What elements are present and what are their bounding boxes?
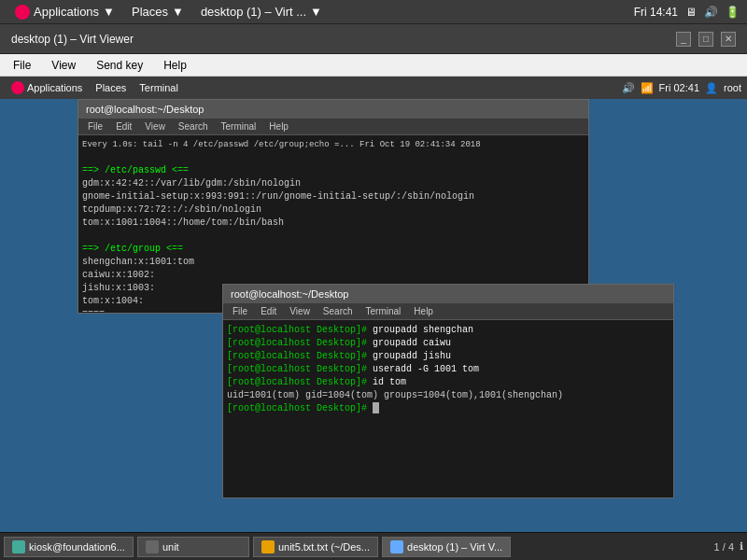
- terminal1-line-3: ==> /etc/passwd <==: [82, 164, 585, 177]
- terminal1-line-7: tom:x:1001:1004::/home/tom:/bin/bash: [82, 217, 585, 230]
- virt-menu-help[interactable]: Help: [154, 57, 196, 74]
- host-app-icon: [15, 5, 30, 20]
- terminal1-menu-view[interactable]: View: [139, 120, 171, 133]
- terminal1-line-6: tcpdump:x:72:72::/:/sbin/nologin: [82, 203, 585, 217]
- virt-close-button[interactable]: ✕: [721, 32, 736, 47]
- host-volume-icon: 🔊: [704, 6, 718, 19]
- outer-task-label-2: unit: [162, 541, 179, 553]
- host-applications-menu[interactable]: Applications ▼: [7, 3, 122, 21]
- outer-task-label-1: kiosk@foundation6...: [29, 541, 125, 553]
- virt-title-bar: desktop (1) – Virt Viewer _ □ ✕: [0, 24, 747, 54]
- terminal-window-1: root@localhost:~/Desktop File Edit View …: [78, 99, 589, 314]
- terminal2-menu-terminal[interactable]: Terminal: [360, 305, 407, 317]
- inner-terminal-menu[interactable]: Terminal: [134, 80, 184, 95]
- virt-window-title: desktop (1) – Virt Viewer: [11, 33, 134, 46]
- terminal2-menu-search[interactable]: Search: [317, 305, 359, 317]
- terminal2-menu-file[interactable]: File: [227, 305, 253, 317]
- outer-task-item-3[interactable]: unit5.txt.txt (~/Des...: [253, 537, 378, 557]
- terminal2-line-4: [root@localhost Desktop]# useradd -G 100…: [227, 363, 669, 376]
- terminal1-title-bar: root@localhost:~/Desktop: [78, 100, 588, 119]
- terminal1-menu-help[interactable]: Help: [263, 120, 294, 133]
- inner-applications-menu[interactable]: Applications: [6, 79, 88, 96]
- inner-desktop: Applications Places Terminal 🔊 📶 Fri 02:…: [0, 77, 747, 560]
- inner-clock: Fri 02:41: [659, 82, 699, 93]
- terminal1-line-9: ==> /etc/group <==: [82, 243, 585, 256]
- virt-minimize-button[interactable]: _: [676, 32, 691, 47]
- inner-sound-icon: 🔊: [622, 82, 635, 94]
- outer-task-label-3: unit5.txt.txt (~/Des...: [278, 541, 370, 553]
- host-clock: Fri 14:41: [634, 6, 678, 19]
- outer-info-icon: ℹ: [740, 540, 743, 553]
- terminal2-line-2: [root@localhost Desktop]# groupadd caiwu: [227, 337, 669, 350]
- terminal2-line-6: uid=1001(tom) gid=1004(tom) groups=1004(…: [227, 389, 669, 402]
- virt-window-controls: _ □ ✕: [676, 32, 736, 47]
- outer-taskbar-right: 1 / 4 ℹ: [714, 540, 743, 553]
- virt-menu-bar: File View Send key Help: [0, 54, 747, 77]
- terminal1-line-1: Every 1.0s: tail -n 4 /etc/passwd /etc/g…: [82, 139, 585, 151]
- terminal2-line-5: [root@localhost Desktop]# id tom: [227, 376, 669, 389]
- inner-terminal-label: Terminal: [139, 82, 178, 93]
- terminal1-line-8: [82, 230, 585, 243]
- terminal1-line-5: gnome-initial-setup:x:993:991::/run/gnom…: [82, 190, 585, 203]
- host-desktop-label[interactable]: desktop (1) – Virt ... ▼: [193, 3, 330, 21]
- inner-places-label: Places: [95, 82, 126, 93]
- terminal1-menu-search[interactable]: Search: [173, 120, 214, 133]
- terminal2-menu-edit[interactable]: Edit: [255, 305, 282, 317]
- terminal2-line-1: [root@localhost Desktop]# groupadd sheng…: [227, 324, 669, 337]
- host-app-dropdown-icon: ▼: [103, 5, 115, 19]
- inner-sys-bar-right: 🔊 📶 Fri 02:41 👤 root: [622, 82, 741, 94]
- host-places-label: Places: [132, 5, 168, 19]
- outer-taskbar: kiosk@foundation6... unit unit5.txt.txt …: [0, 532, 747, 560]
- host-system-bar: Applications ▼ Places ▼ desktop (1) – Vi…: [0, 0, 747, 24]
- terminal1-line-4: gdm:x:42:42::/var/lib/gdm:/sbin/nologin: [82, 177, 585, 190]
- outer-task-label-4: desktop (1) – Virt V...: [407, 541, 502, 553]
- host-battery-icon: 🔋: [726, 6, 740, 19]
- inner-network-icon: 📶: [641, 82, 654, 94]
- host-desktop-dropdown: ▼: [310, 5, 322, 19]
- host-sys-bar-left: Applications ▼ Places ▼ desktop (1) – Vi…: [7, 3, 330, 21]
- outer-taskbar-page: 1 / 4: [714, 541, 734, 553]
- terminal2-title-text: root@localhost:~/Desktop: [231, 288, 348, 300]
- terminal1-menu-file[interactable]: File: [82, 120, 108, 133]
- host-desktop-text: desktop (1) – Virt ...: [201, 5, 306, 19]
- host-places-dropdown-icon: ▼: [172, 5, 184, 19]
- host-sys-bar-right: Fri 14:41 🖥 🔊 🔋: [634, 6, 740, 19]
- inner-user-label: root: [724, 82, 741, 93]
- inner-places-menu[interactable]: Places: [90, 80, 132, 95]
- outer-task-icon-4: [390, 540, 403, 553]
- terminal1-line-10: shengchan:x:1001:tom: [82, 256, 585, 269]
- outer-task-icon-1: [12, 540, 25, 553]
- terminal1-title-text: root@localhost:~/Desktop: [86, 104, 204, 115]
- virt-menu-sendkey[interactable]: Send key: [87, 57, 152, 74]
- outer-task-item-1[interactable]: kiosk@foundation6...: [4, 537, 134, 557]
- host-places-menu[interactable]: Places ▼: [124, 3, 191, 21]
- virt-maximize-button[interactable]: □: [698, 32, 713, 47]
- virt-viewer-window: desktop (1) – Virt Viewer _ □ ✕ File Vie…: [0, 24, 747, 560]
- terminal1-menu-bar: File Edit View Search Terminal Help: [78, 119, 588, 135]
- terminal2-line-3: [root@localhost Desktop]# groupadd jishu: [227, 350, 669, 363]
- outer-task-item-2[interactable]: unit: [137, 537, 249, 557]
- outer-task-icon-3: [261, 540, 275, 553]
- terminal2-body[interactable]: [root@localhost Desktop]# groupadd sheng…: [223, 320, 673, 497]
- host-monitor-icon: 🖥: [685, 6, 697, 19]
- terminal1-line-2: [82, 151, 585, 164]
- terminal2-menu-bar: File Edit View Search Terminal Help: [223, 303, 673, 320]
- terminal2-menu-view[interactable]: View: [284, 305, 316, 317]
- inner-sys-bar-left: Applications Places Terminal: [6, 79, 184, 96]
- terminal2-menu-help[interactable]: Help: [408, 305, 439, 317]
- virt-menu-file[interactable]: File: [4, 57, 40, 74]
- inner-sys-bar: Applications Places Terminal 🔊 📶 Fri 02:…: [0, 77, 747, 99]
- inner-app-icon: [11, 81, 24, 94]
- outer-task-icon-2: [146, 540, 159, 553]
- inner-applications-label: Applications: [27, 82, 82, 93]
- inner-user-icon: 👤: [705, 82, 718, 94]
- terminal2-title-bar: root@localhost:~/Desktop: [223, 285, 673, 303]
- terminal-window-2: root@localhost:~/Desktop File Edit View …: [222, 284, 674, 498]
- virt-menu-view[interactable]: View: [42, 57, 85, 74]
- terminal1-menu-terminal[interactable]: Terminal: [216, 120, 262, 133]
- terminal1-menu-edit[interactable]: Edit: [110, 120, 137, 133]
- host-applications-label: Applications: [34, 5, 99, 19]
- terminal2-line-7: [root@localhost Desktop]#: [227, 402, 669, 415]
- outer-task-item-4[interactable]: desktop (1) – Virt V...: [382, 537, 511, 557]
- terminal1-line-11: caiwu:x:1002:: [82, 269, 585, 282]
